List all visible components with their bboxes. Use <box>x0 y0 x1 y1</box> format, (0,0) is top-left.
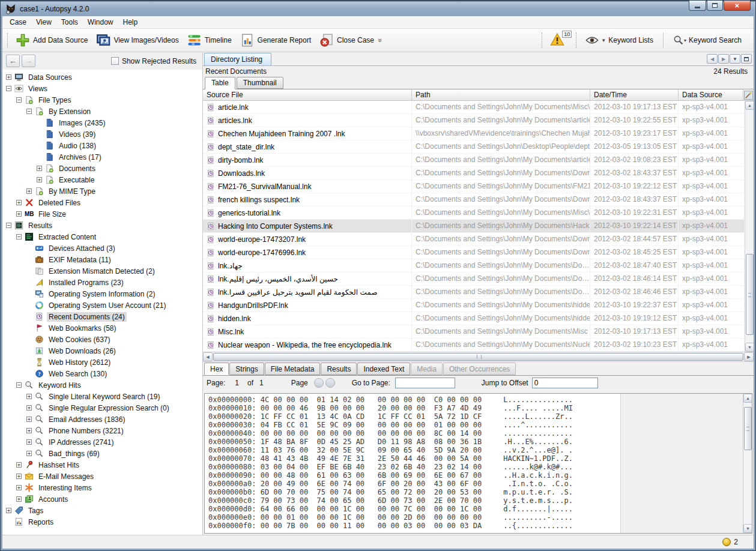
generate-report-button[interactable]: Generate Report <box>236 31 315 49</box>
tab-file-metadata[interactable]: File Metadata <box>265 363 321 375</box>
table-horizontal-scrollbar[interactable]: ◀ ▶ <box>203 352 754 361</box>
table-row[interactable]: Hacking Into Computer Systems.lnkC:\Docu… <box>203 220 745 233</box>
scroll-right-arrow[interactable]: ▶ <box>744 352 754 361</box>
tab-strings[interactable]: Strings <box>229 363 264 375</box>
notification-icon[interactable] <box>722 538 731 546</box>
tree-item-single-regular-expression-search-0[interactable]: +Single Regular Expression Search (0) <box>2 402 202 414</box>
minimize-button[interactable] <box>689 1 706 11</box>
tree-expander-plus-icon[interactable]: + <box>6 74 11 80</box>
table-row[interactable]: generics-tutorial.lnkC:\Documents and Se… <box>203 206 745 220</box>
tab-hex[interactable]: Hex <box>204 363 229 375</box>
tree-item-recent-documents-24[interactable]: Recent Documents (24) <box>2 311 202 322</box>
tree-item-results[interactable]: −Results <box>2 220 202 231</box>
table-row[interactable]: french killings suspect.lnkC:\Documents … <box>203 193 745 206</box>
column-header-source-file[interactable]: Source File <box>203 89 412 100</box>
tree-expander-plus-icon[interactable]: + <box>16 462 22 468</box>
tree-expander-plus-icon[interactable]: + <box>37 166 42 171</box>
tree-item-extracted-content[interactable]: −Extracted Content <box>2 231 202 242</box>
tree-expander-minus-icon[interactable]: − <box>16 97 22 103</box>
tree-item-phone-numbers-3221[interactable]: +Phone Numbers (3221) <box>2 425 202 436</box>
table-row[interactable]: Nuclear weapon - Wikipedia, the free enc… <box>203 339 745 352</box>
scroll-left-arrow[interactable]: ◀ <box>203 352 213 361</box>
table-row[interactable]: dirty-bomb.lnkC:\Documents and Settings\… <box>203 154 745 167</box>
tree-item-audio-138[interactable]: Audio (138) <box>2 140 202 151</box>
tree-item-exif-metadata-11[interactable]: EXIF Metadata (11) <box>2 254 202 265</box>
add-data-source-button[interactable]: Add Data Source <box>11 31 92 49</box>
tab-table[interactable]: Table <box>205 77 235 89</box>
tree-item-operating-system-user-account-21[interactable]: Operating System User Account (21) <box>2 300 202 311</box>
tree-item-tags[interactable]: +Tags <box>2 505 202 516</box>
tree-item-file-size[interactable]: +MBFile Size <box>2 208 202 220</box>
scroll-tabs-right-button[interactable]: ▶ <box>718 54 729 64</box>
tab-directory-listing[interactable]: Directory Listing <box>204 53 271 65</box>
tree-item-documents[interactable]: +Documents <box>2 163 202 174</box>
tab-results[interactable]: Results <box>321 363 357 375</box>
table-row[interactable]: article.lnkC:\Documents and Settings\Joh… <box>203 101 745 114</box>
tree-expander-plus-icon[interactable]: + <box>16 485 22 490</box>
table-row[interactable]: جهاد.lnkC:\Documents and Settings\John\M… <box>203 259 745 272</box>
tree-item-images-2435[interactable]: Images (2435) <box>2 117 202 128</box>
scrollbar-thumb[interactable] <box>213 353 743 361</box>
table-settings-button[interactable] <box>743 89 753 100</box>
tree-item-reports[interactable]: Reports <box>2 516 202 528</box>
tree-item-web-downloads-26[interactable]: Web Downloads (26) <box>2 345 202 357</box>
tree-item-videos-39[interactable]: Videos (39) <box>2 128 202 140</box>
close-case-button[interactable]: Close Case» <box>315 31 387 49</box>
scrollbar-thumb[interactable] <box>744 407 752 450</box>
menu-case[interactable]: Case <box>5 16 31 28</box>
tree-item-web-cookies-637[interactable]: Web Cookies (637) <box>2 334 202 345</box>
column-header-datetime[interactable]: Date/Time <box>590 89 679 100</box>
previous-page-button[interactable]: ← <box>314 378 324 388</box>
tab-list-dropdown-button[interactable]: ▼ <box>730 54 740 64</box>
table-row[interactable]: Misc.lnkC:\Documents and Settings\John\M… <box>203 325 745 339</box>
show-rejected-checkbox[interactable] <box>111 57 119 65</box>
tree-item-interesting-items[interactable]: +Interesting Items <box>2 482 202 493</box>
tree-item-bad-things-69[interactable]: +Bad_things (69) <box>2 448 202 459</box>
tree-expander-plus-icon[interactable]: + <box>16 474 22 479</box>
tree-item-archives-17[interactable]: Archives (17) <box>2 151 202 163</box>
tree-expander-minus-icon[interactable]: − <box>16 234 22 239</box>
tree-expander-plus-icon[interactable]: + <box>16 211 22 217</box>
tree-item-keyword-hits[interactable]: −Keyword Hits <box>2 379 202 391</box>
tree-expander-plus-icon[interactable]: + <box>26 188 32 194</box>
keyword-search-button[interactable]: ▾ Keyword Search <box>670 34 745 47</box>
tree-item-accounts[interactable]: +Accounts <box>2 493 202 505</box>
next-page-button[interactable]: → <box>325 378 335 388</box>
tree-item-operating-system-information-2[interactable]: Operating System Information (2) <box>2 288 202 300</box>
tab-indexed-text[interactable]: Indexed Text <box>357 363 410 375</box>
tree-expander-plus-icon[interactable]: + <box>26 405 32 411</box>
tree-expander-minus-icon[interactable]: − <box>26 109 32 114</box>
menu-tools[interactable]: Tools <box>56 16 83 28</box>
tree-item-installed-programs-23[interactable]: Installed Programs (23) <box>2 277 202 288</box>
scroll-tabs-left-button[interactable]: ◀ <box>707 54 718 64</box>
back-button[interactable]: ← <box>6 55 20 67</box>
tree-item-web-history-2612[interactable]: Web History (2612) <box>2 357 202 368</box>
menu-window[interactable]: Window <box>83 16 118 28</box>
tree-item-ip-addresses-2741[interactable]: +IP Addresses (2741) <box>2 436 202 448</box>
tree-item-web-search-130[interactable]: ?Web Search (130) <box>2 368 202 379</box>
tree-item-web-bookmarks-58[interactable]: Web Bookmarks (58) <box>2 322 202 334</box>
table-row[interactable]: Chechen Mujahideen Training 2007 .lnk\\v… <box>203 127 745 140</box>
tree-item-file-types[interactable]: −File Types <box>2 94 202 106</box>
forward-button[interactable]: → <box>22 55 35 67</box>
chevron-expand-icon[interactable]: » <box>376 38 384 43</box>
table-row[interactable]: articles.lnkC:\Documents and Settings\Jo… <box>203 114 745 127</box>
tree-expander-plus-icon[interactable]: + <box>16 200 22 205</box>
tree-expander-plus-icon[interactable]: + <box>26 428 32 433</box>
tree-expander-plus-icon[interactable]: + <box>26 451 32 456</box>
tree-expander-minus-icon[interactable]: − <box>6 223 11 228</box>
menu-view[interactable]: View <box>31 16 56 28</box>
menu-help[interactable]: Help <box>118 16 143 28</box>
hex-vertical-scrollbar[interactable]: ▲ ▼ <box>743 394 752 533</box>
toolbar-grip[interactable] <box>7 33 8 47</box>
tree-expander-minus-icon[interactable]: − <box>6 86 11 91</box>
timeline-button[interactable]: Timeline <box>183 31 236 49</box>
keyword-lists-button[interactable]: ▼ Keyword Lists <box>582 32 657 48</box>
tree-expander-plus-icon[interactable]: + <box>16 496 22 502</box>
close-button[interactable]: ✕ <box>724 1 751 11</box>
table-row[interactable]: حسين الأسدي، الخميس، رئيس إقليم.lnkC:\Do… <box>203 272 745 286</box>
tree-item-by-mime-type[interactable]: +By MIME Type <box>2 185 202 197</box>
tree-expander-plus-icon[interactable]: + <box>6 508 11 513</box>
tree-item-extension-mismatch-detected-2[interactable]: Extension Mismatch Detected (2) <box>2 265 202 277</box>
table-row[interactable]: Downloads.lnkC:\Documents and Settings\J… <box>203 167 745 180</box>
